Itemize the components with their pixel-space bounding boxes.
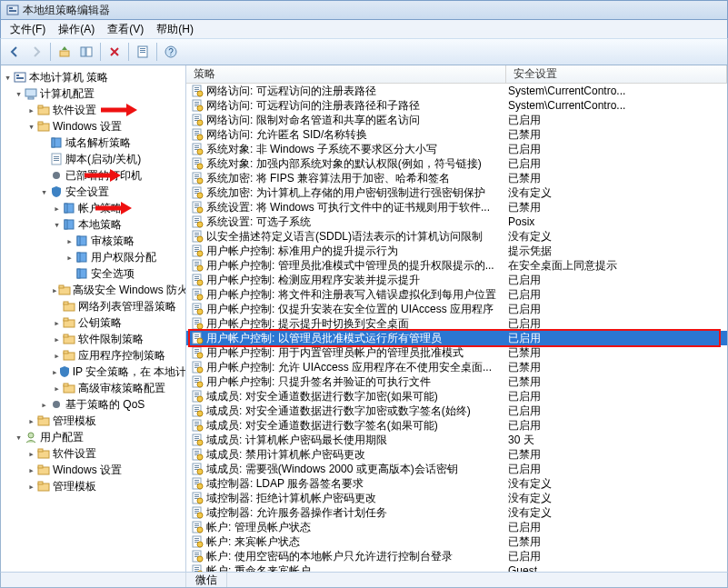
expand-icon[interactable]: ▸ — [26, 415, 36, 427]
tree-root[interactable]: ▾ 本地计算机 策略 — [1, 69, 185, 85]
tree-pane[interactable]: ▾ 本地计算机 策略 ▾计算机配置▸软件设置▾Windows 设置域名解析策略脚… — [1, 65, 186, 572]
tree-item[interactable]: ▾计算机配置 — [1, 85, 185, 102]
menu-action[interactable]: 操作(A) — [53, 21, 100, 38]
policy-row[interactable]: 系统设置: 将 Windows 可执行文件中的证书规则用于软件...已禁用 — [186, 200, 727, 214]
policy-row[interactable]: 用户帐户控制: 只提升签名并验证的可执行文件已禁用 — [186, 374, 727, 389]
tree-item[interactable]: ▸高级安全 Windows 防火墙 — [1, 282, 185, 298]
tree-item[interactable]: 脚本(启动/关机) — [1, 151, 185, 167]
policy-row[interactable]: 网络访问: 允许匿名 SID/名称转换已禁用 — [186, 127, 727, 142]
tree-item[interactable]: ▾本地策略 — [1, 216, 185, 233]
properties-button[interactable] — [133, 42, 153, 62]
tree-item[interactable]: ▸软件设置 — [1, 102, 185, 118]
forward-button[interactable] — [26, 42, 46, 62]
policy-row[interactable]: 系统加密: 将 FIPS 兼容算法用于加密、哈希和签名已禁用 — [186, 171, 727, 185]
menu-help[interactable]: 帮助(H) — [151, 21, 199, 38]
policy-row[interactable]: 帐户: 来宾帐户状态已禁用 — [186, 534, 727, 549]
expand-icon[interactable]: ▸ — [52, 284, 58, 296]
policy-row[interactable]: 系统设置: 可选子系统Posix — [186, 214, 727, 229]
policy-row[interactable]: 用户帐户控制: 用于内置管理员帐户的管理员批准模式已禁用 — [186, 345, 727, 360]
tree-item[interactable]: ▸审核策略 — [1, 233, 185, 249]
expand-icon[interactable]: ▸ — [52, 203, 62, 214]
policy-row[interactable]: 帐户: 使用空密码的本地帐户只允许进行控制台登录已启用 — [186, 549, 727, 563]
menu-file[interactable]: 文件(F) — [5, 21, 51, 38]
back-button[interactable] — [5, 42, 25, 62]
expand-icon[interactable]: ▸ — [65, 252, 75, 264]
toolbar-separator — [50, 43, 51, 61]
policy-row[interactable]: 系统加密: 为计算机上存储的用户密钥强制进行强密钥保护没有定义 — [186, 185, 727, 200]
expand-icon[interactable]: ▾ — [3, 72, 13, 84]
show-hide-tree-button[interactable] — [76, 42, 96, 62]
policy-row[interactable]: 用户帐户控制: 检测应用程序安装并提示提升已启用 — [186, 273, 727, 287]
policy-row[interactable]: 用户帐户控制: 管理员批准模式中管理员的提升权限提示的...在安全桌面上同意提示 — [186, 258, 727, 273]
tree-item[interactable]: ▸公钥策略 — [1, 314, 185, 331]
expand-icon[interactable]: ▸ — [52, 334, 62, 345]
policy-row[interactable]: 域成员: 对安全通道数据进行数字签名(如果可能)已启用 — [186, 418, 727, 433]
tree-item[interactable]: ▸高级审核策略配置 — [1, 380, 185, 396]
tree-item[interactable]: ▸用户权限分配 — [1, 249, 185, 265]
policy-row[interactable]: 网络访问: 限制对命名管道和共享的匿名访问已启用 — [186, 113, 727, 127]
menu-view[interactable]: 查看(V) — [102, 21, 149, 38]
policy-row[interactable]: 帐户: 重命名来宾帐户Guest — [186, 563, 727, 572]
policy-row[interactable]: 域成员: 计算机帐户密码最长使用期限30 天 — [186, 433, 727, 447]
expand-icon[interactable]: ▸ — [26, 448, 36, 460]
policy-row[interactable]: 用户帐户控制: 提示提升时切换到安全桌面已启用 — [186, 316, 727, 331]
tree-item[interactable]: ▸Windows 设置 — [1, 462, 185, 478]
policy-list[interactable]: 网络访问: 可远程访问的注册表路径System\CurrentContro...… — [186, 84, 727, 572]
svg-rect-59 — [38, 465, 43, 468]
policy-row[interactable]: 用户帐户控制: 标准用户的提升提示行为提示凭据 — [186, 244, 727, 258]
policy-row[interactable]: 帐户: 管理员帐户状态已启用 — [186, 520, 727, 534]
tree-item[interactable]: 网络列表管理器策略 — [1, 298, 185, 314]
expand-icon[interactable]: ▸ — [26, 464, 36, 476]
up-button[interactable] — [55, 42, 75, 62]
tree-item[interactable]: ▾用户配置 — [1, 429, 185, 445]
tree-item[interactable]: ▸IP 安全策略，在 本地计算机 — [1, 364, 185, 380]
policy-row[interactable]: 用户帐户控制: 以管理员批准模式运行所有管理员已启用 — [186, 331, 727, 345]
expand-icon[interactable]: ▸ — [26, 481, 36, 493]
tree-item[interactable]: ▾安全设置 — [1, 184, 185, 200]
policy-row[interactable]: 域成员: 需要强(Windows 2000 或更高版本)会话密钥已启用 — [186, 462, 727, 476]
tree-item[interactable]: 已部署的打印机 — [1, 167, 185, 184]
policy-setting: 已禁用 — [508, 127, 727, 143]
expand-icon[interactable]: ▾ — [14, 432, 24, 443]
policy-row[interactable]: 域成员: 对安全通道数据进行数字加密或数字签名(始终)已启用 — [186, 404, 727, 418]
help-button[interactable]: ? — [161, 42, 181, 62]
tree-item[interactable]: ▸软件限制策略 — [1, 331, 185, 347]
policy-row[interactable]: 以安全描述符定义语言(SDDL)语法表示的计算机访问限制没有定义 — [186, 229, 727, 244]
tree-item[interactable]: ▸应用程序控制策略 — [1, 347, 185, 364]
policy-row[interactable]: 网络访问: 可远程访问的注册表路径System\CurrentContro... — [186, 84, 727, 98]
expand-icon[interactable]: ▸ — [52, 366, 58, 378]
tree-item[interactable]: ▸管理模板 — [1, 413, 185, 429]
expand-icon[interactable]: ▸ — [26, 105, 36, 116]
tree-item[interactable]: ▾Windows 设置 — [1, 118, 185, 135]
expand-icon[interactable]: ▾ — [52, 219, 62, 231]
expand-icon[interactable]: ▾ — [14, 88, 24, 100]
delete-button[interactable] — [105, 42, 125, 62]
expand-icon[interactable]: ▸ — [39, 399, 49, 411]
expand-icon[interactable]: ▾ — [39, 186, 49, 198]
policy-row[interactable]: 系统对象: 非 Windows 子系统不要求区分大小写已启用 — [186, 142, 727, 156]
tree-item[interactable]: ▸基于策略的 QoS — [1, 396, 185, 413]
policy-row[interactable]: 域控制器: LDAP 服务器签名要求没有定义 — [186, 476, 727, 491]
policy-row[interactable]: 域控制器: 拒绝计算机帐户密码更改没有定义 — [186, 491, 727, 505]
policy-row[interactable]: 域成员: 对安全通道数据进行数字加密(如果可能)已启用 — [186, 389, 727, 404]
expand-icon[interactable]: ▸ — [65, 235, 75, 247]
svg-rect-88 — [194, 160, 199, 161]
tree-item[interactable]: ▸管理模板 — [1, 478, 185, 494]
policy-row[interactable]: 系统对象: 加强内部系统对象的默认权限(例如，符号链接)已启用 — [186, 156, 727, 171]
policy-row[interactable]: 用户帐户控制: 仅提升安装在安全位置的 UIAccess 应用程序已启用 — [186, 302, 727, 316]
expand-icon[interactable]: ▸ — [52, 383, 62, 394]
expand-icon[interactable]: ▾ — [26, 121, 36, 133]
policy-row[interactable]: 网络访问: 可远程访问的注册表路径和子路径System\CurrentContr… — [186, 98, 727, 113]
policy-row[interactable]: 域成员: 禁用计算机帐户密码更改已禁用 — [186, 447, 727, 462]
policy-row[interactable]: 用户帐户控制: 将文件和注册表写入错误虚拟化到每用户位置已启用 — [186, 287, 727, 302]
tree-item[interactable]: 安全选项 — [1, 265, 185, 282]
expand-icon[interactable]: ▸ — [52, 317, 62, 329]
column-policy[interactable]: 策略 — [186, 65, 506, 83]
policy-row[interactable]: 用户帐户控制: 允许 UIAccess 应用程序在不使用安全桌面...已禁用 — [186, 360, 727, 374]
tree-item[interactable]: ▸软件设置 — [1, 445, 185, 462]
policy-row[interactable]: 域控制器: 允许服务器操作者计划任务没有定义 — [186, 505, 727, 520]
tree-item[interactable]: ▸帐户策略 — [1, 200, 185, 216]
column-security-setting[interactable]: 安全设置 — [506, 65, 727, 83]
tree-item[interactable]: 域名解析策略 — [1, 135, 185, 151]
expand-icon[interactable]: ▸ — [52, 350, 62, 362]
